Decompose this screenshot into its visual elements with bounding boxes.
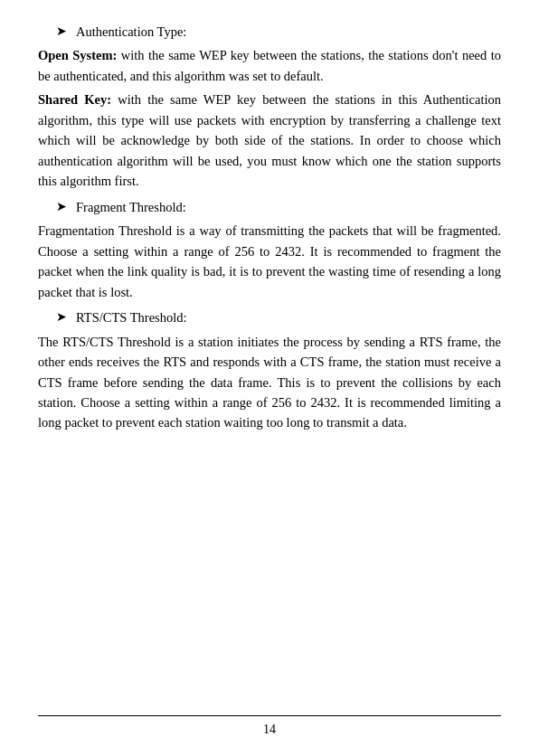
shared-key-term: Shared Key: — [38, 92, 111, 107]
page-content: ➤ Authentication Type: Open System: with… — [0, 0, 539, 491]
rtscts-paragraph: The RTS/CTS Threshold is a station initi… — [38, 332, 501, 433]
bullet-fragment-threshold: ➤ Fragment Threshold: — [38, 197, 501, 217]
bullet-label-3: RTS/CTS Threshold: — [76, 307, 187, 327]
bullet-label-2: Fragment Threshold: — [76, 197, 186, 217]
fragmentation-paragraph: Fragmentation Threshold is a way of tran… — [38, 221, 501, 302]
bullet-arrow-3: ➤ — [56, 307, 67, 327]
page-footer: 14 — [38, 715, 501, 740]
bullet-authentication-type: ➤ Authentication Type: — [38, 22, 501, 42]
bullet-label-1: Authentication Type: — [76, 22, 186, 42]
page-number: 14 — [263, 723, 276, 736]
shared-key-paragraph: Shared Key: with the same WEP key betwee… — [38, 90, 501, 191]
open-system-term: Open System: — [38, 48, 117, 62]
bullet-rtscts-threshold: ➤ RTS/CTS Threshold: — [38, 307, 501, 327]
bullet-arrow-1: ➤ — [56, 22, 67, 42]
open-system-paragraph: Open System: with the same WEP key betwe… — [38, 45, 501, 86]
bullet-arrow-2: ➤ — [56, 197, 67, 217]
